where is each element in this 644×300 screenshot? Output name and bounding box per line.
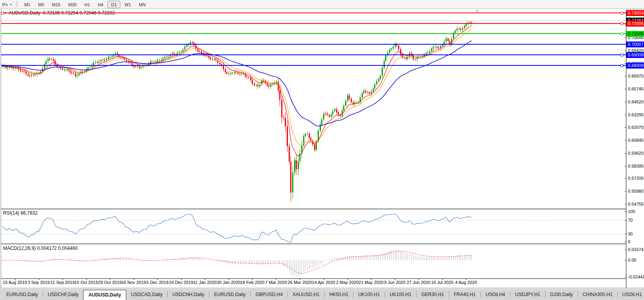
date-tickmark: [347, 279, 348, 280]
tab-dj30-daily[interactable]: DJ30,Daily: [546, 290, 578, 299]
date-tickmark: [252, 279, 253, 280]
tab-usdchf-daily[interactable]: USDCHF,Daily: [43, 290, 84, 299]
rsi-panel-canvas[interactable]: [1, 210, 625, 243]
horizontal-line-0.70007[interactable]: [1, 44, 626, 45]
price-badge-0.70007: 0.70007: [626, 42, 644, 47]
date-tickmark: [62, 279, 63, 280]
tab-audusd-daily[interactable]: AUDUSD,Daily: [83, 290, 126, 300]
timeframe-button-mn[interactable]: MN: [135, 1, 149, 8]
timeframe-button-m15[interactable]: M15: [49, 1, 64, 8]
tab-gbpusd-h4[interactable]: GBPUSD,H4: [251, 290, 287, 299]
price-axis-tick: 0.64520: [628, 99, 644, 105]
date-label: 16 Jul 2020: [431, 280, 453, 285]
price-axis-tick: 0.55980: [628, 189, 644, 194]
date-tickmark: [395, 279, 395, 280]
horizontal-line-0.72005[interactable]: [1, 23, 626, 24]
rsi-axis-tick: 100: [628, 209, 635, 214]
tab-ger30-h1[interactable]: GER30,H1: [417, 290, 449, 299]
horizontal-line-0.69008[interactable]: [1, 54, 626, 55]
date-tickmark: [371, 279, 371, 280]
timeframe-button-h4[interactable]: H4: [94, 1, 107, 8]
chart-bars-icon[interactable]: [1, 1, 9, 8]
date-label: 21 Sep 2019: [50, 280, 75, 285]
date-label: 9 Jun 2020: [384, 280, 405, 285]
date-label: 29 Oct 2019: [98, 280, 122, 285]
tab-usdcad-daily[interactable]: USDCAD,Daily: [126, 290, 167, 299]
price-axis-tickmark: [625, 89, 626, 89]
price-badge-0.72005: 0.72005: [626, 21, 644, 27]
macd-axis-tick: 0.015741: [628, 247, 644, 252]
macd-panel-canvas[interactable]: [1, 244, 625, 278]
toolbar-grip[interactable]: [16, 2, 18, 7]
tab-uk100-h1[interactable]: UK100,H1: [353, 290, 384, 299]
date-tickmark: [15, 279, 15, 280]
line-handle-right[interactable]: [620, 33, 623, 35]
price-axis-tick: 0.66970: [628, 74, 644, 79]
date-tickmark: [157, 279, 158, 280]
timeframe-button-m5[interactable]: M5: [35, 1, 47, 8]
date-label: 14 Apr 2020: [312, 280, 335, 285]
panel-splitter-rsi[interactable]: [1, 208, 626, 210]
price-axis-tickmark: [625, 166, 626, 166]
date-label: 7 Mar 2020: [265, 280, 287, 285]
price-axis-tick: 0.58395: [628, 164, 644, 169]
date-tickmark: [86, 279, 87, 280]
rsi-axis-tick: 30: [628, 231, 633, 237]
tab-fra40-h1[interactable]: FRA40,H1: [449, 290, 480, 299]
macd-axis-tickmark: [625, 260, 626, 260]
date-tickmark: [418, 279, 419, 280]
date-tickmark: [442, 279, 443, 280]
date-tickmark: [134, 279, 134, 280]
tab-eurusd-daily[interactable]: EURUSD,Daily: [209, 290, 251, 299]
horizontal-line-0.73004[interactable]: [1, 13, 626, 13]
timeframe-button-w1[interactable]: W1: [121, 1, 135, 8]
horizontal-line-0.71006[interactable]: [1, 33, 626, 34]
tab-uk100-h1[interactable]: UK100,H1: [385, 290, 416, 299]
timeframe-button-d1[interactable]: D1: [107, 1, 120, 8]
tab-usoil-h4[interactable]: USOil,H4: [481, 290, 510, 299]
date-label: 18 Feb 2020: [240, 280, 265, 285]
rsi-axis-tickmark: [625, 234, 626, 234]
main-chart-canvas[interactable]: [1, 9, 625, 208]
timeframe-button-h1[interactable]: H1: [81, 1, 93, 8]
date-label: 16 Nov 2019: [121, 280, 146, 285]
tab-china300-h1[interactable]: CHINA300,H1: [578, 290, 617, 299]
tab-usoil-h1[interactable]: USOil,H1: [618, 290, 644, 299]
price-axis-tickmark: [625, 178, 626, 179]
line-handle-right[interactable]: [620, 54, 623, 56]
current-price-line: [1, 20, 626, 21]
date-tickmark: [466, 279, 466, 280]
date-label: 11 Jan 2020: [193, 280, 216, 285]
timeframe-button-m30[interactable]: M30: [65, 1, 80, 8]
line-handle-right[interactable]: [620, 22, 623, 25]
chevron-down-icon[interactable]: ▼: [9, 3, 12, 6]
date-label: 5 Dec 2019: [146, 280, 168, 285]
horizontal-line-0.68008[interactable]: [1, 65, 626, 66]
tab-hk50-h1[interactable]: HK50,H1: [325, 290, 353, 299]
tab-xauusd-h1[interactable]: XAUUSD,H1: [288, 290, 324, 299]
chart-tab-bar: EURUSD,DailyUSDCHF,DailyAUDUSD,DailyUSDC…: [0, 288, 644, 300]
panel-splitter-macd[interactable]: [1, 243, 626, 244]
price-axis-tickmark: [625, 127, 626, 128]
date-tickmark: [205, 279, 205, 280]
rsi-axis-tick: 70: [628, 218, 633, 223]
line-handle-right[interactable]: [620, 64, 623, 67]
price-axis-border: [626, 9, 626, 288]
rsi-axis-tick: 0: [628, 239, 630, 244]
tab-eurusd-daily[interactable]: EURUSD,Daily: [2, 290, 43, 299]
date-label: 26 Mar 2020: [288, 280, 312, 285]
line-handle-right[interactable]: [620, 12, 623, 14]
timeframe-button-m1[interactable]: M1: [21, 1, 34, 8]
date-label: 24 Dec 2019: [169, 280, 193, 285]
tab-usdjpy-h1[interactable]: USDJPY,H1: [510, 290, 545, 299]
tab-usdcnh-daily[interactable]: USDCNH,Daily: [167, 290, 209, 299]
price-badge-0.73004: 0.73004: [626, 10, 644, 16]
price-badge-0.68008: 0.68008: [626, 63, 644, 69]
price-axis-tick: 0.57205: [628, 176, 644, 181]
price-axis-tickmark: [625, 38, 626, 38]
top-toolbar: ▼ M1M5M15M30H1H4D1W1MN: [0, 0, 644, 9]
date-tickmark: [181, 279, 182, 280]
line-handle-left[interactable]: [1, 12, 4, 14]
timeframe-toolbar: M1M5M15M30H1H4D1W1MN: [21, 1, 150, 8]
date-label: 15 Aug 2019: [3, 280, 27, 285]
